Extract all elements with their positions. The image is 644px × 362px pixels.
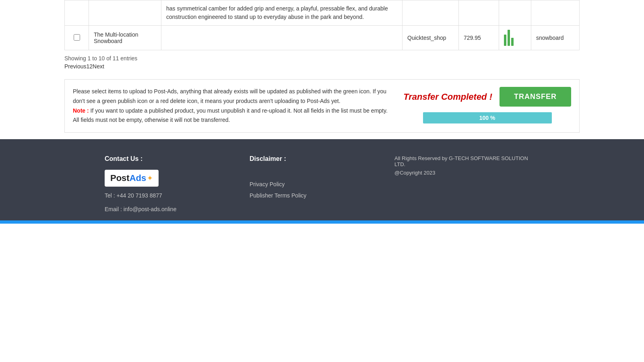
notice-note-label: Note : xyxy=(73,107,89,114)
transfer-button[interactable]: TRANSFER xyxy=(500,87,571,107)
footer-email: Email : info@post-ads.online xyxy=(105,206,250,212)
publisher-terms-link[interactable]: Publisher Terms Policy xyxy=(250,192,394,199)
notice-note-block: Note : If you want to update a published… xyxy=(73,106,391,125)
row-name-cell: The Multi-location Snowboard xyxy=(89,26,161,50)
notice-body: Please select items to upload to Post-Ad… xyxy=(73,87,391,106)
pagination-next[interactable]: Next xyxy=(93,63,104,70)
row-description: has symmetrical camber for added grip an… xyxy=(166,5,388,20)
product-price: 729.95 xyxy=(464,35,481,41)
tel-label: Tel : xyxy=(105,192,115,199)
row-price-cell: 729.95 xyxy=(459,26,499,50)
table-row: The Multi-location Snowboard Quicktest_s… xyxy=(65,26,580,50)
disclaimer-heading: Disclaimer : xyxy=(250,155,394,162)
row-name-cell xyxy=(89,0,161,26)
row-checkbox-cell[interactable] xyxy=(65,26,89,50)
notice-text-block: Please select items to upload to Post-Ad… xyxy=(73,87,391,125)
pagination-2[interactable]: 2 xyxy=(89,63,93,70)
footer-logo: Post Ads ✦ xyxy=(105,170,159,187)
pagination: Showing 1 to 10 of 11 entries Previous12… xyxy=(64,50,580,73)
row-icon-cell xyxy=(499,26,531,50)
table-row: has symmetrical camber for added grip an… xyxy=(65,0,580,26)
transfer-panel: Transfer Completed ! TRANSFER 100 % xyxy=(403,87,571,123)
logo-post: Post xyxy=(110,173,130,183)
row-icon-cell xyxy=(499,0,531,26)
product-table: has symmetrical camber for added grip an… xyxy=(64,0,580,50)
footer-rights-col: All Rights Reserved by G-TECH SOFTWARE S… xyxy=(394,155,539,212)
footer-disclaimer-col: Disclaimer : Privacy Policy Publisher Te… xyxy=(250,155,394,212)
row-price-cell xyxy=(459,0,499,26)
pagination-links[interactable]: Previous12Next xyxy=(64,63,580,70)
email-label: Email : xyxy=(105,206,122,212)
row-desc-cell: has symmetrical camber for added grip an… xyxy=(161,0,402,26)
row-shop-cell: Quicktest_shop xyxy=(402,26,459,50)
email-address: info@post-ads.online xyxy=(124,206,177,212)
row-type-cell xyxy=(531,0,580,26)
row-checkbox-cell xyxy=(65,0,89,26)
row-shop-cell xyxy=(402,0,459,26)
footer-inner: Contact Us : Post Ads ✦ Tel : +44 20 719… xyxy=(80,155,564,212)
tel-number: +44 20 7193 8877 xyxy=(117,192,162,199)
footer: Contact Us : Post Ads ✦ Tel : +44 20 719… xyxy=(0,139,644,220)
contact-heading: Contact Us : xyxy=(105,155,250,162)
logo-ads: Ads xyxy=(130,173,147,183)
row-type-cell: snowboard xyxy=(531,26,580,50)
progress-bar: 100 % xyxy=(423,112,552,123)
footer-tel: Tel : +44 20 7193 8877 xyxy=(105,192,250,199)
transfer-completed-label: Transfer Completed ! xyxy=(403,92,492,102)
logo-star: ✦ xyxy=(147,174,153,183)
bottom-bar xyxy=(0,220,644,224)
privacy-policy-link[interactable]: Privacy Policy xyxy=(250,181,394,187)
bar-3 xyxy=(511,38,514,46)
bar-2 xyxy=(508,30,510,46)
bar-1 xyxy=(504,35,506,46)
pagination-info: Showing 1 to 10 of 11 entries xyxy=(64,55,580,62)
status-icon xyxy=(504,30,526,46)
product-type: snowboard xyxy=(536,35,564,41)
footer-rights-text: All Rights Reserved by G-TECH SOFTWARE S… xyxy=(394,155,539,167)
progress-label: 100 % xyxy=(479,115,495,121)
row-desc-cell xyxy=(161,26,402,50)
pagination-previous[interactable]: Previous xyxy=(64,63,86,70)
footer-contact-col: Contact Us : Post Ads ✦ Tel : +44 20 719… xyxy=(105,155,250,212)
notice-section: Please select items to upload to Post-Ad… xyxy=(64,79,580,133)
notice-note-text: If you want to update a published produc… xyxy=(73,107,388,123)
product-name: The Multi-location Snowboard xyxy=(94,31,138,44)
footer-copyright: @Copyright 2023 xyxy=(394,170,539,176)
shop-name: Quicktest_shop xyxy=(407,35,446,41)
row-checkbox[interactable] xyxy=(74,34,80,41)
